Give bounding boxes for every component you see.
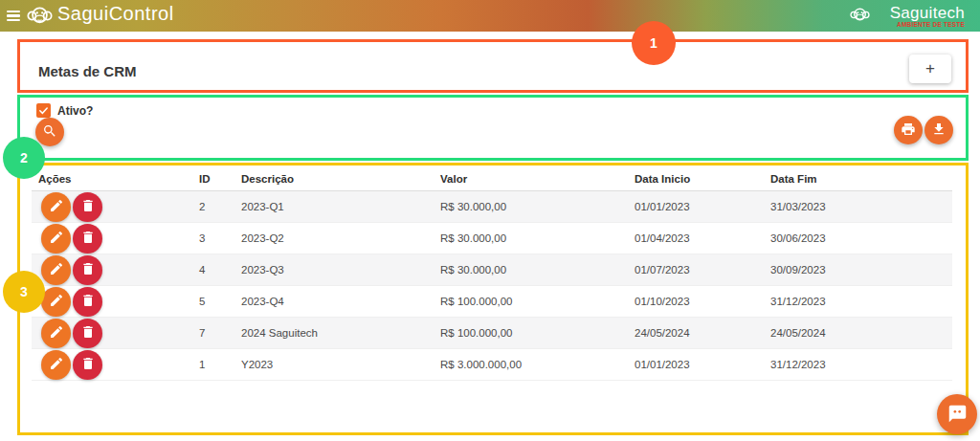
table-header-row: Ações ID Descrição Valor Data Inicio Dat…	[32, 167, 952, 190]
pencil-icon	[49, 198, 64, 216]
brand-name: Saguitech	[890, 4, 965, 23]
edit-button[interactable]	[41, 224, 71, 254]
trash-icon	[80, 198, 96, 216]
cell-valor: R$ 100.000,00	[434, 285, 628, 317]
cell-descricao: 2023-Q3	[234, 254, 434, 285]
table-row: 2 2023-Q1 R$ 30.000,00 01/01/2023 31/03/…	[32, 190, 952, 222]
annotation-badge-1: 1	[632, 21, 676, 65]
table-row: 4 2023-Q3 R$ 30.000,00 01/07/2023 30/09/…	[32, 254, 952, 285]
cell-data-inicio: 24/05/2024	[628, 317, 764, 348]
active-filter-checkbox[interactable]: Ativo?	[36, 103, 93, 118]
cell-data-fim: 31/12/2023	[764, 348, 952, 380]
cell-valor: R$ 30.000,00	[434, 190, 628, 222]
search-button[interactable]	[35, 118, 64, 146]
saguicontrol-logo-monkey-icon	[27, 3, 53, 29]
cell-id: 5	[192, 285, 234, 317]
cell-descricao: 2024 Saguitech	[234, 317, 434, 348]
pencil-icon	[49, 356, 64, 374]
cell-descricao: 2023-Q1	[234, 190, 434, 222]
edit-button[interactable]	[41, 255, 71, 285]
table-region: Ações ID Descrição Valor Data Inicio Dat…	[17, 163, 969, 435]
edit-button[interactable]	[41, 192, 71, 222]
table-row: 3 2023-Q2 R$ 30.000,00 01/04/2023 30/06/…	[32, 222, 952, 254]
delete-button[interactable]	[73, 350, 102, 380]
cell-data-fim: 24/05/2024	[764, 317, 952, 348]
edit-button[interactable]	[41, 319, 71, 348]
cell-id: 2	[192, 190, 234, 222]
cell-valor: R$ 30.000,00	[434, 222, 628, 254]
cell-data-fim: 30/09/2023	[764, 254, 952, 285]
trash-icon	[80, 324, 96, 342]
active-filter-label: Ativo?	[57, 104, 93, 118]
brand-environment-label: AMBIENTE DE TESTE	[897, 21, 965, 28]
column-header-id: ID	[192, 167, 234, 190]
cell-data-fim: 30/06/2023	[764, 222, 952, 254]
cell-data-fim: 31/03/2023	[764, 190, 952, 222]
column-header-data-inicio: Data Inicio	[628, 167, 764, 190]
checkbox-checked-icon[interactable]	[36, 103, 51, 118]
column-header-valor: Valor	[434, 167, 628, 190]
add-button[interactable]: +	[909, 55, 951, 83]
delete-button[interactable]	[73, 287, 102, 317]
saguitech-logo-monkey-icon	[850, 5, 870, 25]
cell-id: 3	[192, 222, 234, 254]
cell-id: 7	[192, 317, 234, 348]
page-title: Metas de CRM	[38, 63, 137, 79]
annotation-badge-2: 2	[3, 137, 45, 179]
trash-icon	[80, 230, 96, 248]
cell-data-inicio: 01/10/2023	[628, 285, 764, 317]
edit-button[interactable]	[41, 287, 71, 317]
trash-icon	[80, 293, 96, 311]
edit-button[interactable]	[41, 350, 71, 380]
plus-icon: +	[925, 59, 935, 77]
cell-descricao: Y2023	[234, 348, 434, 380]
pencil-icon	[49, 261, 64, 279]
menu-icon[interactable]	[7, 11, 20, 21]
table-row: 5 2023-Q4 R$ 100.000,00 01/10/2023 31/12…	[32, 285, 952, 317]
cell-valor: R$ 3.000.000,00	[434, 348, 628, 380]
printer-icon	[901, 121, 916, 140]
cell-valor: R$ 100.000,00	[434, 317, 628, 348]
column-header-data-fim: Data Fim	[764, 167, 952, 190]
print-button[interactable]	[894, 116, 923, 144]
trash-icon	[80, 356, 96, 374]
page-header-region: Metas de CRM +	[17, 39, 969, 93]
cell-valor: R$ 30.000,00	[434, 254, 628, 285]
cell-descricao: 2023-Q4	[234, 285, 434, 317]
screen: SaguiControl Saguitech AMBIENTE DE TESTE…	[0, 0, 980, 441]
cell-data-inicio: 01/04/2023	[628, 222, 764, 254]
search-icon	[42, 123, 57, 142]
trash-icon	[80, 261, 96, 279]
app-title: SaguiControl	[57, 3, 174, 25]
column-header-descricao: Descrição	[234, 167, 434, 190]
cell-id: 1	[192, 348, 234, 380]
cell-id: 4	[192, 254, 234, 285]
delete-button[interactable]	[73, 192, 102, 222]
topbar: SaguiControl Saguitech AMBIENTE DE TESTE	[0, 0, 980, 32]
table-row: 7 2024 Saguitech R$ 100.000,00 24/05/202…	[32, 317, 952, 348]
delete-button[interactable]	[73, 224, 102, 254]
filter-region: Ativo?	[17, 95, 969, 161]
pencil-icon	[49, 230, 64, 248]
download-button[interactable]	[924, 116, 953, 144]
pencil-icon	[49, 324, 64, 342]
cell-data-inicio: 01/01/2023	[628, 190, 764, 222]
column-header-acoes: Ações	[32, 167, 192, 190]
annotation-badge-3: 3	[3, 271, 45, 313]
cell-data-inicio: 01/01/2023	[628, 348, 764, 380]
table-row: 1 Y2023 R$ 3.000.000,00 01/01/2023 31/12…	[32, 348, 952, 380]
delete-button[interactable]	[73, 319, 102, 348]
goals-table: Ações ID Descrição Valor Data Inicio Dat…	[32, 167, 952, 381]
delete-button[interactable]	[73, 255, 102, 285]
chat-bubble-icon	[947, 402, 968, 427]
cell-data-fim: 31/12/2023	[764, 285, 952, 317]
pencil-icon	[49, 293, 64, 311]
download-icon	[931, 121, 947, 140]
chat-button[interactable]	[937, 394, 977, 434]
cell-data-inicio: 01/07/2023	[628, 254, 764, 285]
cell-descricao: 2023-Q2	[234, 222, 434, 254]
